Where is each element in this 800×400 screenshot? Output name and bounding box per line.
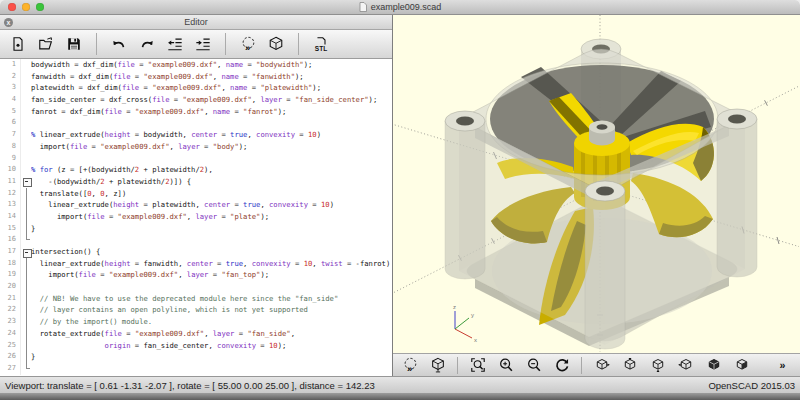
line-number: 15 [0, 223, 20, 235]
fold-marker-mid [20, 258, 31, 270]
fold-marker-start[interactable] [20, 246, 31, 258]
reset-view-button[interactable] [548, 355, 575, 376]
code-line: 26} [0, 351, 392, 363]
line-number: 14 [0, 211, 20, 223]
line-number: 27 [0, 363, 20, 375]
vp-render-icon [430, 357, 446, 373]
preview-icon: » [240, 36, 256, 52]
zoom-out-button[interactable] [520, 355, 547, 376]
view-front-button[interactable] [700, 355, 727, 376]
zoom-window-button[interactable] [36, 3, 44, 11]
fold-marker-mid [20, 316, 31, 328]
line-number: 21 [0, 293, 20, 305]
line-number: 18 [0, 258, 20, 270]
fold-marker-start[interactable] [20, 176, 31, 188]
editor-toolbar: »STL [0, 30, 392, 59]
code-text: // layer contains an open polyline, whic… [31, 304, 392, 316]
statusbar-version: OpenSCAD 2015.03 [708, 380, 795, 391]
fold-margin [20, 82, 31, 94]
code-text: // by the import() module. [31, 316, 392, 328]
fold-marker-mid [20, 340, 31, 352]
statusbar-viewport-info: Viewport: translate = [ 0.61 -1.31 -2.07… [5, 380, 375, 391]
code-line: 1bodywidth = dxf_dim(file = "example009.… [0, 59, 392, 71]
zoom-out-icon [526, 357, 542, 373]
code-line: 25 origin = fan_side_center, convexity =… [0, 340, 392, 352]
line-number: 16 [0, 234, 20, 246]
traffic-lights [8, 3, 44, 11]
toolbar-separator [581, 357, 582, 374]
fold-margin [20, 153, 31, 165]
view-right-button[interactable] [588, 355, 615, 376]
fold-marker-mid [20, 188, 31, 200]
window-titlebar[interactable]: example009.scad [0, 0, 800, 15]
svg-text:y: y [471, 312, 474, 318]
line-number: 9 [0, 153, 20, 165]
render-button[interactable] [263, 32, 289, 56]
viewport-3d[interactable]: z y x »» [393, 15, 800, 376]
fold-marker-end [20, 234, 31, 246]
panel-close-button[interactable]: x [4, 18, 13, 27]
view-left-button[interactable] [672, 355, 699, 376]
open-button[interactable] [33, 32, 59, 56]
view-back-button[interactable] [728, 355, 755, 376]
code-line: 21 // NB! We have to use the deprecated … [0, 293, 392, 305]
view-bottom-icon [650, 357, 666, 373]
statusbar: Viewport: translate = [ 0.61 -1.31 -2.07… [0, 376, 800, 393]
code-line: 12 translate([0, 0, z]) [0, 188, 392, 200]
code-line: 22 // layer contains an open polyline, w… [0, 304, 392, 316]
line-number: 17 [0, 246, 20, 258]
viewport-render-button[interactable] [424, 355, 451, 376]
save-button[interactable] [61, 32, 87, 56]
undo-button[interactable] [106, 32, 132, 56]
code-editor[interactable]: 1bodywidth = dxf_dim(file = "example009.… [0, 59, 392, 376]
zoom-in-button[interactable] [492, 355, 519, 376]
line-number: 22 [0, 304, 20, 316]
code-line: 13 linear_extrude(height = platewidth, c… [0, 199, 392, 211]
fold-margin [20, 106, 31, 118]
fold-margin [20, 164, 31, 176]
code-text: rotate_extrude(file = "example009.dxf", … [31, 328, 392, 340]
code-text: } [31, 223, 392, 235]
svg-text:z: z [453, 304, 456, 310]
code-text: origin = fan_side_center, convexity = 10… [31, 340, 392, 352]
code-line: 17intersection() { [0, 246, 392, 258]
line-number: 7 [0, 129, 20, 141]
fold-marker-mid [20, 328, 31, 340]
save-icon [66, 36, 82, 52]
editor-panel: x Editor »STL 1bodywidth = dxf_dim(file … [0, 15, 393, 376]
editor-panel-title: Editor [184, 17, 208, 27]
line-number: 26 [0, 351, 20, 363]
view-top-button[interactable] [616, 355, 643, 376]
minimize-window-button[interactable] [22, 3, 30, 11]
toolbar-separator [457, 357, 458, 374]
line-number: 4 [0, 94, 20, 106]
viewport-preview-button[interactable]: » [396, 355, 423, 376]
fold-margin [20, 117, 31, 129]
view-bottom-button[interactable] [644, 355, 671, 376]
view-front-icon [706, 357, 722, 373]
zoom-all-button[interactable] [464, 355, 491, 376]
fold-marker-mid [20, 199, 31, 211]
line-number: 25 [0, 340, 20, 352]
new-file-button[interactable] [5, 32, 31, 56]
code-text [31, 281, 392, 293]
preview-button[interactable]: » [235, 32, 261, 56]
code-line: 14 import(file = "example009.dxf", layer… [0, 211, 392, 223]
close-window-button[interactable] [8, 3, 16, 11]
viewport-toolbar-overflow-button[interactable]: » [770, 355, 797, 376]
redo-button[interactable] [134, 32, 160, 56]
render-canvas[interactable]: z y x [393, 15, 799, 352]
code-text: import(file = "example009.dxf", layer = … [31, 141, 392, 153]
svg-text:»: » [406, 363, 411, 373]
export-stl-button[interactable]: STL [308, 32, 334, 56]
unindent-button[interactable] [162, 32, 188, 56]
fold-marker-mid [20, 269, 31, 281]
fold-margin [20, 129, 31, 141]
code-line: 15} [0, 223, 392, 235]
indent-button[interactable] [190, 32, 216, 56]
line-number: 20 [0, 281, 20, 293]
open-icon [38, 36, 54, 52]
fold-marker-mid [20, 351, 31, 363]
toolbar-separator [298, 33, 299, 55]
line-number: 19 [0, 269, 20, 281]
